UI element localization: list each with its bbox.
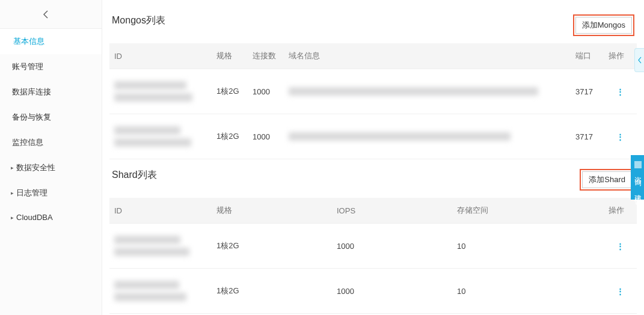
add-mongos-button[interactable]: 添加Mongos <box>575 17 632 34</box>
sidebar-item-clouddba[interactable]: CloudDBA <box>0 206 102 229</box>
sidebar-item-backup[interactable]: 备份与恢复 <box>0 105 102 130</box>
cell-iops: 1000 <box>332 269 452 314</box>
col-port: 端口 <box>571 43 604 69</box>
add-shard-button[interactable]: 添加Shard <box>582 171 632 188</box>
more-icon: ⋮ <box>616 287 625 296</box>
cell-id <box>109 69 212 114</box>
col-iops: IOPS <box>332 198 452 224</box>
mongos-header: Mongos列表 添加Mongos <box>109 5 637 43</box>
sidebar-item-accounts[interactable]: 账号管理 <box>0 54 102 79</box>
main-content: Mongos列表 添加Mongos ID 规格 连接数 域名信息 端口 操作 1… <box>102 0 644 315</box>
cell-domain <box>284 114 571 159</box>
sidebar-item-security[interactable]: 数据安全性 <box>0 155 102 180</box>
col-conn: 连接数 <box>248 43 284 69</box>
cell-iops: 1000 <box>332 224 452 269</box>
cell-spec: 1核2G <box>212 224 332 269</box>
sidebar-item-monitoring[interactable]: 监控信息 <box>0 130 102 155</box>
cell-port: 3717 <box>571 114 604 159</box>
cell-spec: 1核2G <box>212 69 248 114</box>
cell-domain <box>284 69 571 114</box>
sidebar-item-basic-info[interactable]: 基本信息 <box>0 29 102 54</box>
cell-spec: 1核2G <box>212 269 332 314</box>
feedback-tab[interactable]: 咨询 · 建议 <box>631 155 644 200</box>
back-button[interactable] <box>0 0 102 29</box>
more-icon: ⋮ <box>616 242 625 251</box>
cell-id <box>109 269 212 314</box>
col-spec: 规格 <box>212 43 248 69</box>
col-op: 操作 <box>604 198 637 224</box>
mongos-table: ID 规格 连接数 域名信息 端口 操作 1核2G 1000 3717 ⋮ 1核… <box>109 43 637 159</box>
col-spec: 规格 <box>212 198 332 224</box>
more-icon: ⋮ <box>616 87 625 96</box>
cell-port: 3717 <box>571 69 604 114</box>
shard-header: Shard列表 添加Shard <box>109 159 637 198</box>
add-shard-highlight: 添加Shard <box>580 169 634 191</box>
col-op: 操作 <box>604 43 637 69</box>
more-icon: ⋮ <box>616 132 625 141</box>
col-domain: 域名信息 <box>284 43 571 69</box>
col-id: ID <box>109 43 212 69</box>
col-id: ID <box>109 198 212 224</box>
cell-storage: 10 <box>452 269 604 314</box>
cell-conn: 1000 <box>248 69 284 114</box>
table-row: 1核2G 1000 10 ⋮ <box>109 269 637 314</box>
cell-id <box>109 224 212 269</box>
table-row: 1核2G 1000 10 ⋮ <box>109 224 637 269</box>
row-actions-button[interactable]: ⋮ <box>604 269 637 314</box>
table-row: 1核2G 1000 3717 ⋮ <box>109 114 637 159</box>
table-row: 1核2G 1000 3717 ⋮ <box>109 69 637 114</box>
cell-conn: 1000 <box>248 114 284 159</box>
side-drawer-toggle[interactable] <box>634 48 644 72</box>
sidebar: 基本信息 账号管理 数据库连接 备份与恢复 监控信息 数据安全性 日志管理 Cl… <box>0 0 102 315</box>
cell-id <box>109 114 212 159</box>
handle-icon <box>638 57 642 64</box>
shard-title: Shard列表 <box>112 169 157 182</box>
mongos-title: Mongos列表 <box>112 14 165 27</box>
chevron-left-icon <box>42 10 49 19</box>
row-actions-button[interactable]: ⋮ <box>604 114 637 159</box>
sidebar-item-db-connect[interactable]: 数据库连接 <box>0 79 102 105</box>
row-actions-button[interactable]: ⋮ <box>604 224 637 269</box>
shard-table: ID 规格 IOPS 存储空间 操作 1核2G 1000 10 ⋮ 1核2G 1… <box>109 198 637 315</box>
cell-storage: 10 <box>452 224 604 269</box>
cell-spec: 1核2G <box>212 114 248 159</box>
chat-icon <box>634 161 642 168</box>
col-storage: 存储空间 <box>452 198 604 224</box>
feedback-label: 咨询 · 建议 <box>634 171 642 194</box>
sidebar-item-logs[interactable]: 日志管理 <box>0 180 102 206</box>
add-mongos-highlight: 添加Mongos <box>573 14 634 36</box>
row-actions-button[interactable]: ⋮ <box>604 69 637 114</box>
